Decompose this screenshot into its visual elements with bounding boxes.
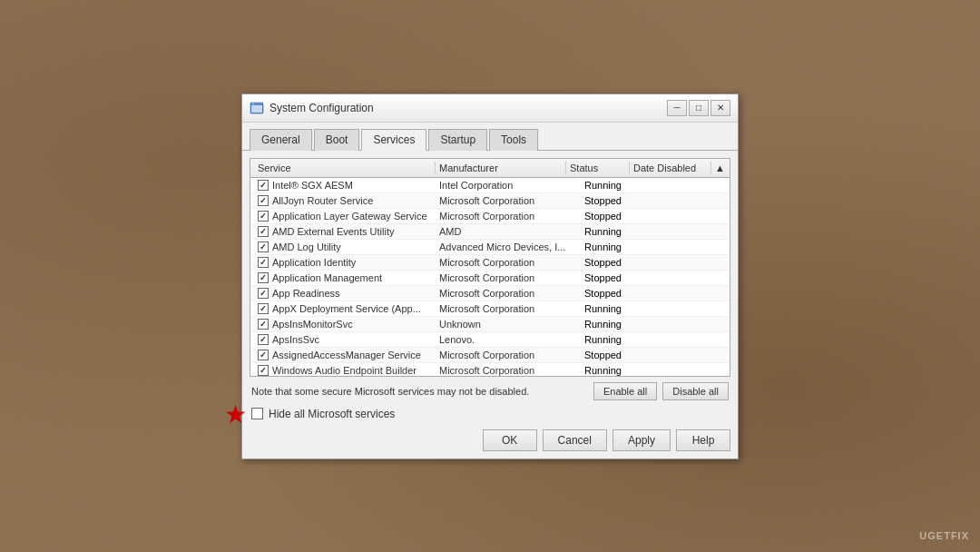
date-cell	[644, 184, 726, 186]
service-checkbox[interactable]	[258, 226, 269, 237]
manufacturer-cell: Lenovo.	[436, 333, 581, 346]
status-cell: Running	[581, 241, 644, 253]
close-button[interactable]: ✕	[710, 100, 730, 116]
service-checkbox[interactable]	[258, 257, 269, 268]
col-sort-arrow: ▲	[711, 162, 726, 174]
table-row: AMD External Events Utility AMD Running	[250, 224, 730, 240]
service-name-text: ApsInsSvc	[272, 334, 319, 345]
service-name-text: AMD Log Utility	[272, 242, 341, 252]
manufacturer-cell: Microsoft Corporation	[436, 271, 581, 284]
svg-rect-1	[251, 104, 262, 113]
service-name-cell: Intel® SGX AESM	[254, 179, 436, 192]
service-name-cell: Windows Audio Endpoint Builder	[254, 364, 436, 376]
watermark: UGETFIX	[919, 530, 969, 541]
service-name-text: Windows Audio Endpoint Builder	[272, 365, 416, 376]
service-checkbox[interactable]	[258, 288, 269, 299]
service-name-text: Application Layer Gateway Service	[272, 211, 427, 222]
service-checkbox[interactable]	[258, 350, 269, 360]
service-name-text: AssignedAccessManager Service	[272, 350, 421, 360]
service-checkbox[interactable]	[258, 303, 269, 314]
note-text: Note that some secure Microsoft services…	[251, 386, 593, 397]
window-title: System Configuration	[270, 102, 374, 114]
date-cell	[644, 200, 726, 202]
tab-general[interactable]: General	[250, 129, 312, 151]
table-row: AssignedAccessManager Service Microsoft …	[250, 348, 730, 363]
maximize-button[interactable]: □	[689, 100, 709, 116]
service-checkbox[interactable]	[258, 365, 269, 376]
tab-services[interactable]: Services	[361, 129, 426, 151]
ok-button[interactable]: OK	[483, 429, 537, 451]
manufacturer-cell: Advanced Micro Devices, I...	[436, 241, 581, 253]
minimize-button[interactable]: ─	[667, 100, 687, 116]
table-header: Service Manufacturer Status Date Disable…	[250, 159, 730, 178]
service-name-text: Intel® SGX AESM	[272, 180, 353, 191]
service-checkbox[interactable]	[258, 334, 269, 345]
service-name-cell: AssignedAccessManager Service	[254, 349, 436, 361]
system-config-window: System Configuration ─ □ ✕ General Boot …	[241, 94, 739, 459]
service-checkbox[interactable]	[258, 180, 269, 191]
status-cell: Stopped	[581, 287, 644, 300]
col-manufacturer[interactable]: Manufacturer	[436, 162, 566, 174]
table-body[interactable]: Intel® SGX AESM Intel Corporation Runnin…	[250, 178, 730, 376]
disable-all-button[interactable]: Disable all	[662, 382, 729, 400]
svg-point-3	[252, 103, 254, 104]
hide-label: Hide all Microsoft services	[269, 408, 395, 420]
window-icon	[250, 101, 264, 115]
status-cell: Running	[581, 333, 644, 346]
manufacturer-cell: Microsoft Corporation	[436, 194, 581, 207]
status-cell: Stopped	[581, 210, 644, 222]
date-cell	[644, 215, 726, 217]
status-cell: Stopped	[581, 194, 644, 207]
tab-tools[interactable]: Tools	[489, 129, 538, 151]
service-name-text: AllJoyn Router Service	[272, 195, 373, 206]
tab-startup[interactable]: Startup	[428, 129, 487, 151]
manufacturer-cell: Intel Corporation	[436, 179, 581, 192]
manufacturer-cell: Microsoft Corporation	[436, 256, 581, 269]
service-name-text: AppX Deployment Service (App...	[272, 303, 421, 314]
service-name-cell: ApsInsSvc	[254, 333, 436, 346]
status-cell: Stopped	[581, 256, 644, 269]
service-checkbox[interactable]	[258, 195, 269, 206]
col-date-disabled[interactable]: Date Disabled	[630, 162, 711, 174]
manufacturer-cell: AMD	[436, 225, 581, 238]
service-checkbox[interactable]	[258, 211, 269, 222]
hide-row: Hide all Microsoft services ★	[250, 408, 730, 420]
enable-all-button[interactable]: Enable all	[593, 382, 657, 400]
date-cell	[644, 231, 726, 232]
date-cell	[644, 277, 726, 279]
col-service[interactable]: Service	[254, 162, 436, 174]
date-cell	[644, 261, 726, 263]
service-name-cell: AMD External Events Utility	[254, 225, 436, 238]
tab-content: Service Manufacturer Status Date Disable…	[242, 151, 738, 458]
col-status[interactable]: Status	[566, 162, 630, 174]
status-cell: Stopped	[581, 349, 644, 361]
hide-microsoft-checkbox[interactable]	[251, 408, 263, 419]
service-checkbox[interactable]	[258, 319, 269, 330]
manufacturer-cell: Microsoft Corporation	[436, 364, 581, 376]
help-button[interactable]: Help	[676, 429, 730, 451]
titlebar: System Configuration ─ □ ✕	[242, 94, 738, 123]
table-row: AppX Deployment Service (App... Microsof…	[250, 301, 730, 317]
titlebar-left: System Configuration	[250, 101, 374, 115]
tab-boot[interactable]: Boot	[314, 129, 360, 151]
table-row: ApsInsSvc Lenovo. Running	[250, 332, 730, 348]
service-checkbox[interactable]	[258, 272, 269, 283]
table-row: App Readiness Microsoft Corporation Stop…	[250, 286, 730, 301]
service-name-text: AMD External Events Utility	[272, 226, 394, 237]
table-row: AMD Log Utility Advanced Micro Devices, …	[250, 240, 730, 255]
service-name-cell: Application Management	[254, 271, 436, 284]
service-name-text: ApsInsMonitorSvc	[272, 319, 353, 330]
table-row: ApsInsMonitorSvc Unknown Running	[250, 317, 730, 332]
service-name-cell: AMD Log Utility	[254, 241, 436, 253]
tab-bar: General Boot Services Startup Tools	[242, 123, 738, 151]
bottom-buttons: OK Cancel Apply Help	[250, 429, 730, 451]
status-cell: Stopped	[581, 271, 644, 284]
cancel-button[interactable]: Cancel	[543, 429, 607, 451]
service-name-text: Application Identity	[272, 257, 356, 268]
apply-button[interactable]: Apply	[612, 429, 671, 451]
service-checkbox[interactable]	[258, 242, 269, 252]
manufacturer-cell: Microsoft Corporation	[436, 287, 581, 300]
service-name-text: Application Management	[272, 272, 382, 283]
date-cell	[644, 246, 726, 248]
table-row: AllJoyn Router Service Microsoft Corpora…	[250, 193, 730, 209]
